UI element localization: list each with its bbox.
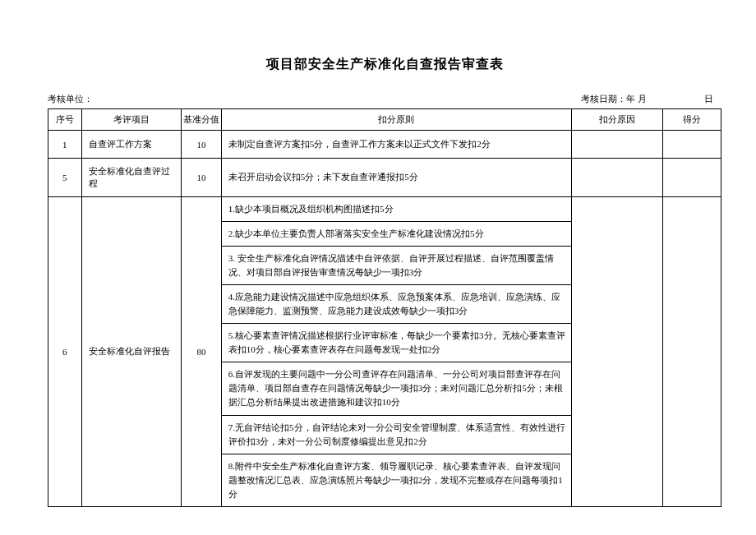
cell-score: [662, 197, 721, 507]
cell-reason: [571, 159, 662, 197]
hdr-score: 得分: [662, 109, 721, 131]
unit-label: 考核单位：: [48, 94, 93, 104]
page: 项目部安全生产标准化自查报告审查表 考核单位： 考核日期：年 月日 序号 考评项…: [48, 56, 721, 507]
meta-row: 考核单位： 考核日期：年 月日: [48, 93, 721, 105]
table-row: 6 安全标准化自评报告 80 1.缺少本项目概况及组织机构图描述扣5分 2.缺少…: [48, 197, 721, 507]
date-ym: 年 月: [626, 94, 647, 104]
table-row: 1 自查评工作方案 10 未制定自查评方案扣5分，自查评工作方案未以正式文件下发…: [48, 131, 721, 159]
rule-item: 1.缺少本项目概况及组织机构图描述扣5分: [222, 197, 571, 221]
cell-base: 80: [182, 197, 222, 507]
cell-rule: 未制定自查评方案扣5分，自查评工作方案未以正式文件下发扣2分: [221, 131, 571, 159]
cell-item: 安全标准化自查评过程: [81, 159, 182, 197]
doc-title: 项目部安全生产标准化自查报告审查表: [48, 56, 721, 73]
hdr-rule: 扣分原则: [221, 109, 571, 131]
cell-rule: 未召开启动会议扣5分；未下发自查评通报扣5分: [221, 159, 571, 197]
cell-seq: 6: [48, 197, 82, 507]
cell-reason: [571, 197, 662, 507]
inner-rules-table: 1.缺少本项目概况及组织机构图描述扣5分 2.缺少本单位主要负责人部署落实安全生…: [222, 197, 571, 506]
cell-rule-group: 1.缺少本项目概况及组织机构图描述扣5分 2.缺少本单位主要负责人部署落实安全生…: [221, 197, 571, 507]
cell-score: [662, 159, 721, 197]
cell-item: 安全标准化自评报告: [81, 197, 182, 507]
cell-seq: 5: [48, 159, 82, 197]
rule-item: 8.附件中安全生产标准化自查评方案、领导履职记录、核心要素查评表、自评发现问题整…: [222, 454, 571, 506]
cell-seq: 1: [48, 131, 82, 159]
hdr-item: 考评项目: [81, 109, 182, 131]
rule-item: 4.应急能力建设情况描述中应急组织体系、应急预案体系、应急培训、应急演练、应急保…: [222, 285, 571, 323]
cell-base: 10: [182, 159, 222, 197]
review-table: 序号 考评项目 基准分值 扣分原则 扣分原因 得分 1 自查评工作方案 10 未…: [48, 108, 721, 507]
date-label: 考核日期：: [581, 94, 626, 104]
rule-item: 5.核心要素查评情况描述根据行业评审标准，每缺少一个要素扣3分。无核心要素查评表…: [222, 324, 571, 362]
rule-item: 7.无自评结论扣5分，自评结论未对一分公司安全管理制度、体系适宜性、有效性进行评…: [222, 416, 571, 454]
hdr-seq: 序号: [48, 109, 82, 131]
table-row: 5 安全标准化自查评过程 10 未召开启动会议扣5分；未下发自查评通报扣5分: [48, 159, 721, 197]
date-day: 日: [704, 94, 713, 104]
header-row: 序号 考评项目 基准分值 扣分原则 扣分原因 得分: [48, 109, 721, 131]
meta-date: 考核日期：年 月日: [581, 93, 721, 105]
hdr-reason: 扣分原因: [571, 109, 662, 131]
rule-item: 6.自评发现的主要问题中一分公司查评存在问题清单、一分公司对项目部查评存在问题清…: [222, 362, 571, 414]
hdr-base: 基准分值: [182, 109, 222, 131]
cell-item: 自查评工作方案: [81, 131, 182, 159]
rule-item: 3. 安全生产标准化自评情况描述中自评依据、自评开展过程描述、自评范围覆盖情况、…: [222, 247, 571, 284]
cell-reason: [571, 131, 662, 159]
cell-base: 10: [182, 131, 222, 159]
meta-unit: 考核单位：: [48, 93, 94, 105]
rule-item: 2.缺少本单位主要负责人部署落实安全生产标准化建设情况扣5分: [222, 222, 571, 246]
cell-score: [662, 131, 721, 159]
